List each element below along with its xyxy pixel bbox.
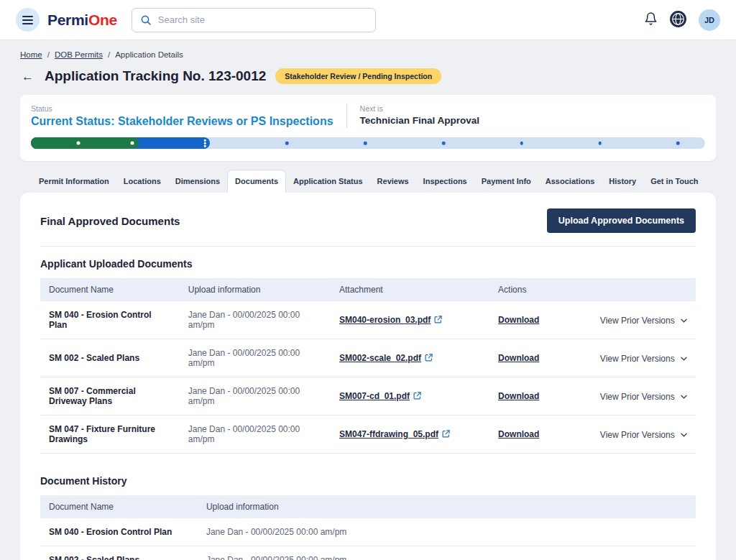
- attachment-filename: SM002-scale_02.pdf: [339, 353, 421, 363]
- current-status-text: Current Status: Stakeholder Reviews or P…: [31, 115, 334, 128]
- progress-step-dot: [285, 142, 289, 145]
- tab-history[interactable]: History: [602, 170, 643, 193]
- tab-dimensions[interactable]: Dimensions: [168, 170, 227, 193]
- documents-panel: Final Approved Documents Upload Approved…: [20, 193, 716, 560]
- download-link[interactable]: Download: [498, 315, 539, 325]
- table-row: SM 002 - Scaled Plans Jane Dan - 00/00/2…: [40, 546, 696, 560]
- attachment-link[interactable]: SM040-erosion_03.pdf: [339, 315, 442, 325]
- document-name: SM 002 - Scaled Plans: [40, 546, 198, 560]
- upload-information: Jane Dan - 00/00/2025 00:00 am/pm: [180, 416, 331, 454]
- download-link[interactable]: Download: [498, 353, 539, 363]
- table-row: SM 007 - Commercial Driveway Plans Jane …: [40, 377, 696, 416]
- table-row: SM 040 - Erosion Control Plan Jane Dan -…: [40, 518, 696, 546]
- breadcrumb-dob-permits[interactable]: DOB Permits: [55, 50, 103, 59]
- attachment-link[interactable]: SM047-ffdrawing_05.pdf: [339, 429, 450, 439]
- progress-step-dot: [676, 142, 680, 145]
- next-status-text: Technician Final Approval: [360, 115, 480, 126]
- external-link-icon: [442, 430, 450, 440]
- table-row: SM 002 - Scaled Plans Jane Dan - 00/00/2…: [40, 339, 696, 377]
- status-label: Status: [31, 104, 334, 113]
- status-badge: Stakeholder Review / Pending Inspection: [275, 68, 441, 84]
- avatar[interactable]: JD: [699, 9, 720, 31]
- section-title: Final Approved Documents: [40, 215, 180, 227]
- view-prior-versions[interactable]: View Prior Versions: [600, 392, 687, 402]
- next-status-block: Next is Technician Final Approval: [360, 104, 480, 128]
- status-summary: Status Current Status: Stakeholder Revie…: [29, 104, 707, 137]
- search-input[interactable]: [158, 14, 367, 25]
- view-prior-versions-label: View Prior Versions: [600, 430, 677, 440]
- table-header-row: Document NameUpload informationAttachmen…: [40, 278, 696, 301]
- main-content: Home / DOB Permits / Application Details…: [0, 50, 736, 560]
- table-header-row: Document NameUpload information: [40, 495, 696, 518]
- progress-completed-segment: [31, 137, 139, 149]
- progress-step-dot: [130, 142, 134, 145]
- globe-icon: [669, 10, 687, 30]
- view-prior-versions[interactable]: View Prior Versions: [600, 316, 687, 326]
- menu-button[interactable]: [16, 8, 40, 32]
- app-logo[interactable]: PermiOne: [47, 12, 117, 29]
- tab-inspections[interactable]: Inspections: [416, 170, 474, 193]
- upload-information: Jane Dan - 00/00/2025 00:00 am/pm: [198, 546, 696, 560]
- upload-information: Jane Dan - 00/00/2025 00:00 am/pm: [180, 377, 331, 416]
- attachment-link[interactable]: SM007-cd_01.pdf: [339, 391, 421, 401]
- download-link[interactable]: Download: [498, 429, 539, 439]
- upload-approved-documents-button[interactable]: Upload Approved Documents: [547, 208, 696, 233]
- tab-application-status[interactable]: Application Status: [286, 170, 370, 193]
- breadcrumb-current: Application Details: [115, 50, 183, 59]
- progress-step-dot: [364, 142, 367, 145]
- attachment-link[interactable]: SM002-scale_02.pdf: [339, 353, 433, 363]
- back-button[interactable]: ←: [20, 69, 35, 84]
- attachment-filename: SM040-erosion_03.pdf: [339, 315, 431, 325]
- app-root: PermiOne JD Home / DOB: [0, 0, 736, 560]
- tab-reviews[interactable]: Reviews: [370, 170, 416, 193]
- column-header: Document Name: [40, 278, 180, 301]
- upload-information: Jane Dan - 00/00/2025 00:00 am/pm: [180, 301, 331, 339]
- tab-permit-information[interactable]: Permit Information: [32, 170, 116, 193]
- breadcrumb-home[interactable]: Home: [20, 50, 42, 59]
- attachment-filename: SM007-cd_01.pdf: [339, 391, 410, 401]
- progress-step-dot: [598, 142, 602, 145]
- view-prior-versions-label: View Prior Versions: [600, 354, 677, 364]
- progress-step-dot: [520, 142, 524, 145]
- chevron-down-icon: [681, 315, 687, 325]
- top-navbar: PermiOne JD: [0, 0, 736, 40]
- view-prior-versions[interactable]: View Prior Versions: [600, 354, 687, 364]
- download-link[interactable]: Download: [498, 391, 539, 401]
- upload-information: Jane Dan - 00/00/2025 00:00 am/pm: [198, 518, 696, 546]
- external-link-icon: [425, 354, 433, 364]
- status-card: Status Current Status: Stakeholder Revie…: [20, 95, 716, 161]
- tab-payment-info[interactable]: Payment Info: [474, 170, 538, 193]
- external-link-icon: [434, 316, 442, 326]
- column-header: Actions: [489, 278, 592, 301]
- document-history-title: Document History: [40, 475, 696, 487]
- bell-icon: [644, 12, 658, 28]
- hamburger-icon: [22, 16, 33, 24]
- site-search: [132, 8, 376, 32]
- document-history-table: Document NameUpload information SM 040 -…: [40, 495, 696, 560]
- table-row: SM 047 - Fixture Furniture Drawings Jane…: [40, 416, 696, 454]
- view-prior-versions-label: View Prior Versions: [600, 392, 677, 402]
- document-name: SM 040 - Erosion Control Plan: [40, 301, 180, 339]
- breadcrumb-separator: /: [108, 50, 110, 59]
- notifications-button[interactable]: [644, 12, 658, 28]
- chevron-down-icon: [681, 429, 687, 439]
- column-header: Attachment: [331, 278, 489, 301]
- tab-documents[interactable]: Documents: [227, 170, 286, 193]
- attachment-filename: SM047-ffdrawing_05.pdf: [339, 429, 438, 439]
- view-prior-versions[interactable]: View Prior Versions: [600, 430, 687, 440]
- logo-text-permi: Permi: [47, 12, 88, 28]
- breadcrumb-separator: /: [47, 50, 50, 59]
- progress-bar: [31, 137, 705, 149]
- language-button[interactable]: [669, 10, 687, 30]
- table-row: SM 040 - Erosion Control Plan Jane Dan -…: [40, 301, 696, 339]
- chevron-down-icon: [681, 391, 687, 401]
- tab-get-in-touch[interactable]: Get in Touch: [643, 170, 705, 193]
- tab-locations[interactable]: Locations: [116, 170, 168, 193]
- progress-step-dot: [442, 142, 446, 145]
- column-header: Upload information: [198, 495, 696, 518]
- navbar-actions: JD: [644, 9, 720, 31]
- tabs: Permit InformationLocationsDimensionsDoc…: [20, 170, 716, 193]
- tab-associations[interactable]: Associations: [538, 170, 602, 193]
- breadcrumb: Home / DOB Permits / Application Details: [20, 50, 716, 59]
- divider: [40, 246, 696, 247]
